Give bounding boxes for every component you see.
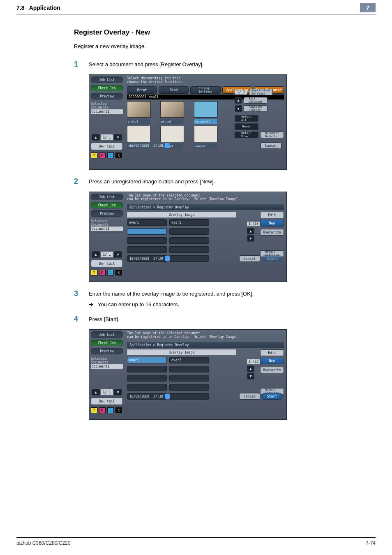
- thumb-4-image[interactable]: [127, 126, 151, 142]
- mem-icon-3: [165, 394, 170, 399]
- page-up-icon-3[interactable]: ▲: [92, 389, 100, 395]
- cancel-button[interactable]: Cancel: [261, 142, 281, 149]
- start-button-3[interactable]: Start: [263, 393, 281, 400]
- overlay-title-2: Overlay Image: [127, 212, 236, 217]
- preview-button[interactable]: Preview: [91, 93, 123, 99]
- detail-button[interactable]: De- tail: [91, 143, 123, 150]
- selected-doc-2: document1: [91, 227, 123, 231]
- page-down-icon-2[interactable]: ▼: [114, 251, 122, 258]
- toner-y-icon: Y: [91, 153, 97, 158]
- s2-date: 10/09/2008: [129, 257, 149, 261]
- overlay-slot[interactable]: [169, 246, 209, 253]
- appsettings-button[interactable]: Application Settings: [249, 89, 273, 95]
- overlay-slot[interactable]: over1: [127, 219, 167, 226]
- toner-k-icon-3: K: [115, 407, 122, 413]
- thumb-6-image[interactable]: [194, 126, 218, 142]
- overlay-slot[interactable]: [127, 237, 167, 244]
- filing-tab[interactable]: Filing Settings: [190, 86, 220, 94]
- overlay-slot[interactable]: [169, 375, 209, 382]
- step-2-num: 2: [74, 177, 89, 186]
- page-count-2: 1/ 1: [101, 252, 113, 257]
- joblist-button-2[interactable]: Job List: [91, 194, 123, 200]
- thumb-5-image[interactable]: [160, 126, 184, 142]
- checkjob-button-2[interactable]: Check Job: [91, 202, 123, 208]
- edit-button-2[interactable]: Edit: [260, 212, 284, 218]
- step-1-num: 1: [74, 60, 89, 69]
- toner-m-icon-3: M: [99, 407, 106, 413]
- step-1-text: Select a document and press [Register Ov…: [89, 60, 204, 67]
- overlay-slot[interactable]: [127, 228, 167, 235]
- joblist-button[interactable]: Job List: [91, 76, 123, 83]
- selected-docs-label: Selected Documents: [91, 102, 123, 109]
- section-title: Application: [29, 5, 60, 11]
- editdoc-button[interactable]: Edit Document: [244, 97, 267, 104]
- joblist-button-3[interactable]: Job List: [91, 331, 123, 338]
- page-down-icon-3[interactable]: ▼: [114, 389, 122, 395]
- detail-button-2[interactable]: De- tail: [91, 260, 123, 267]
- ov-up-icon-3[interactable]: ▲: [247, 365, 254, 372]
- s1-down-icon[interactable]: ▼: [235, 105, 242, 112]
- register-overlay-button[interactable]: Register Overlay: [244, 105, 267, 112]
- s2-time: 17:29: [153, 257, 163, 261]
- screenshot-3: Job List Check Job Preview Selected Docu…: [89, 329, 287, 420]
- intro-text: Register a new overlay image.: [74, 43, 359, 49]
- s1-date: 10/09/2008: [129, 144, 149, 148]
- step-3-sub: You can enter up to 16 characters.: [98, 301, 179, 308]
- s3-time: 17:30: [153, 395, 163, 398]
- hint-text-2: The 1st page of the selected document ca…: [127, 194, 284, 204]
- overlay-slot[interactable]: [127, 384, 167, 391]
- print-tab[interactable]: Print: [127, 86, 157, 94]
- thumb-3-image[interactable]: [194, 101, 218, 118]
- overlay-slot[interactable]: [169, 228, 209, 235]
- mem-icon-2: [165, 256, 170, 261]
- s1-page-num: 1/ 2: [235, 90, 247, 95]
- ov-down-icon-3[interactable]: ▼: [247, 373, 254, 379]
- send-tab[interactable]: Send: [159, 86, 189, 94]
- overlay-slot[interactable]: [127, 246, 167, 253]
- overlay-slot[interactable]: [169, 237, 209, 244]
- overwrite-button-3[interactable]: Overwrite: [260, 367, 284, 373]
- edit-button-3[interactable]: Edit: [260, 349, 284, 356]
- overlay-slot[interactable]: [169, 366, 209, 372]
- detail-button-3[interactable]: De- tail: [91, 398, 123, 405]
- thumb-1-image[interactable]: [127, 101, 151, 118]
- overlay-slot[interactable]: [127, 366, 167, 372]
- toner-c-icon-2: C: [107, 270, 114, 275]
- new-button-3[interactable]: New: [260, 358, 284, 364]
- thumb-2-image[interactable]: [160, 101, 184, 118]
- page-title: Register Overlay - New: [74, 28, 359, 37]
- section-num: 7.8: [16, 5, 24, 11]
- overwrite-button-2[interactable]: Overwrite: [260, 229, 284, 236]
- checkjob-button[interactable]: Check Job: [91, 85, 123, 91]
- page-up-icon[interactable]: ▲: [92, 134, 100, 141]
- reset-button[interactable]: Reset: [235, 123, 258, 130]
- ov-page-2: 1 /10: [247, 222, 260, 226]
- new-button-2[interactable]: New: [260, 220, 284, 227]
- selected-docs-label-2: Selected Documents: [91, 219, 123, 227]
- overlay-slot[interactable]: over2: [169, 219, 209, 226]
- cancel-button-3[interactable]: Cancel: [239, 393, 260, 400]
- footer-model: bizhub C360/C280/C220: [16, 540, 70, 546]
- preview-button-2[interactable]: Preview: [91, 210, 123, 217]
- overlay-slot[interactable]: over2: [169, 357, 209, 363]
- thumb-1-label: photo1: [127, 119, 150, 124]
- ov-page-3: 1 /10: [247, 359, 260, 364]
- ov-down-icon-2[interactable]: ▼: [247, 235, 254, 242]
- docdetails-button[interactable]: Document Details: [260, 132, 284, 138]
- preview-button-3[interactable]: Preview: [91, 348, 123, 354]
- cancel-button-2[interactable]: Cancel: [239, 255, 260, 262]
- step-4-text: Press [Start].: [89, 315, 120, 322]
- page-down-icon[interactable]: ▼: [114, 134, 122, 141]
- step-3-num: 3: [74, 289, 89, 298]
- detailview-button[interactable]: Detail View: [235, 132, 258, 138]
- overlay-slot[interactable]: [169, 384, 209, 391]
- s1-up-icon[interactable]: ▲: [235, 97, 242, 104]
- breadcrumb-2: Application > Register Overlay: [127, 204, 284, 210]
- ov-up-icon-2[interactable]: ▲: [247, 228, 254, 234]
- checkjob-button-3[interactable]: Check Job: [91, 340, 123, 346]
- overlay-slot[interactable]: over1: [127, 357, 167, 363]
- step-2-text: Press an unregistered image button and p…: [89, 177, 215, 185]
- overlay-slot[interactable]: [127, 375, 167, 382]
- page-up-icon-2[interactable]: ▲: [92, 251, 100, 258]
- selectall-button[interactable]: Select All: [235, 115, 258, 122]
